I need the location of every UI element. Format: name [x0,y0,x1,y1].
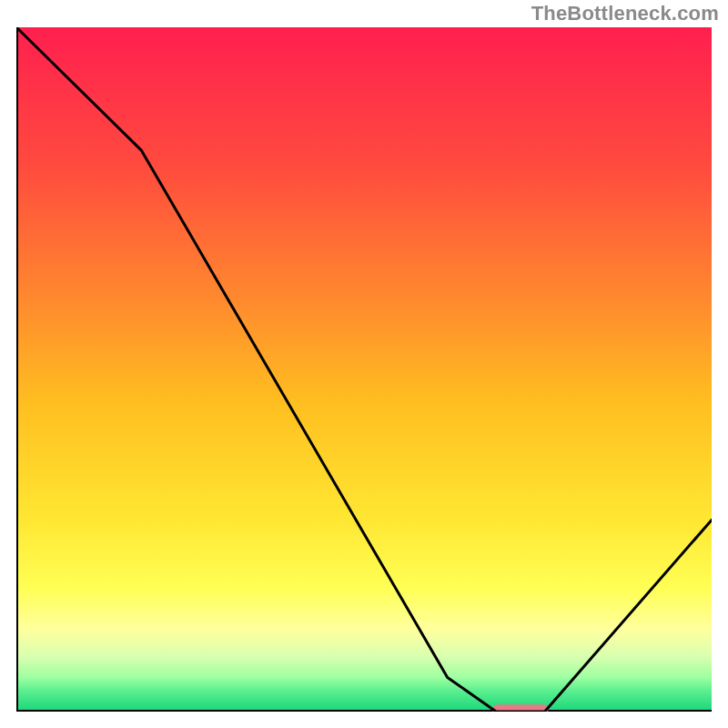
bottleneck-plot [16,27,712,712]
plot-svg [16,27,712,712]
chart-container: TheBottleneck.com [0,0,728,728]
watermark-text: TheBottleneck.com [531,2,719,25]
